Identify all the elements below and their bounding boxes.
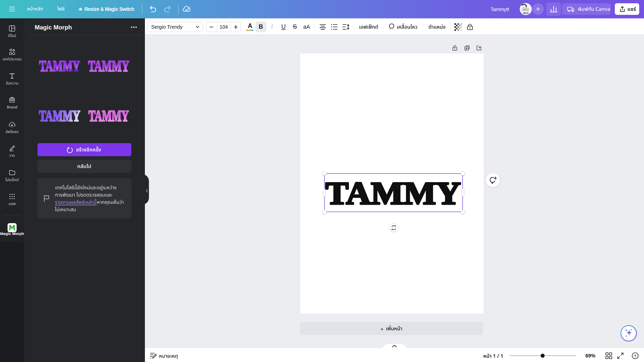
svg-text:co.: co. (11, 99, 13, 101)
svg-text:iMoD: iMoD (523, 12, 529, 14)
svg-text:TAMMY: TAMMY (89, 107, 129, 124)
svg-text:TAMMY: TAMMY (39, 57, 80, 74)
svg-text:TAMMY: TAMMY (39, 107, 80, 124)
svg-text:?: ? (634, 354, 636, 358)
svg-text:TAMMY: TAMMY (88, 57, 129, 74)
